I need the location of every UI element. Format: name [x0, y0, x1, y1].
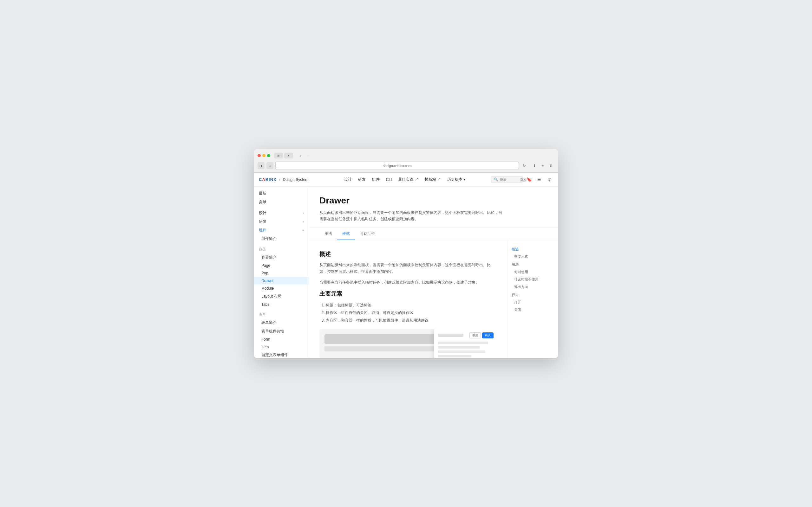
search-input[interactable]	[500, 178, 519, 181]
nav-templates[interactable]: 模板站 ↗	[425, 177, 441, 182]
copy-icon[interactable]: ⧉	[548, 162, 554, 169]
section-overview-title: 概述	[319, 250, 497, 258]
page-title: Drawer	[319, 195, 548, 206]
chevron-right-icon: ›	[303, 211, 304, 215]
nav-right: 🔍 ⌘K K 🔖 ☰ ◎	[491, 176, 553, 183]
menu-icon[interactable]: ☰	[536, 176, 543, 183]
logo-area[interactable]: CABINX / Design System	[259, 177, 308, 182]
browser-window: ⊞ ▾ ‹ › ◑ □ design.cabinx.com ↻ ⬆ + ⧉	[254, 149, 558, 358]
toc-item-when-not-use[interactable]: 什么时候不使用	[508, 276, 558, 283]
new-tab-icon[interactable]: +	[539, 162, 546, 169]
theme-icon[interactable]: ◎	[546, 176, 553, 183]
list-item: 操作区：组件自带的关闭、取消、可自定义的操作区	[326, 309, 497, 317]
nav-components[interactable]: 组件	[372, 177, 380, 182]
sidebar-item-module[interactable]: Module	[254, 285, 309, 292]
view-toggle-button[interactable]: ▾	[284, 153, 293, 158]
close-button[interactable]	[258, 154, 261, 157]
toc-item-main-elements[interactable]: 主要元素	[508, 253, 558, 261]
sidebar-toggle-button[interactable]: ⊞	[274, 153, 283, 158]
browser-chrome: ⊞ ▾ ‹ › ◑ □ design.cabinx.com ↻ ⬆ + ⧉	[254, 149, 558, 173]
forward-button[interactable]: ›	[305, 152, 311, 159]
section-main-elements-title: 主要元素	[319, 290, 497, 297]
sidebar-item-layout[interactable]: Layout 布局	[254, 292, 309, 301]
bookmark-icon[interactable]: 🔖	[525, 176, 533, 183]
sidebar-section-form: 表单	[254, 308, 309, 319]
section-overview-text2: 当需要在当前任务流中插入临时任务，创建或预览附加内容。比如展示协议条款，创建子对…	[319, 279, 497, 286]
chevron-right-icon: ›	[303, 220, 304, 223]
sidebar-item-components[interactable]: 组件 ▾	[254, 226, 309, 234]
toc-item-behavior[interactable]: 行为	[508, 291, 558, 299]
page-description: 从页面边缘滑出来的浮动面板，当需要一个附加的面板来控制父窗体内容，这个面板在需要…	[319, 210, 503, 222]
back-button[interactable]: ‹	[297, 152, 304, 159]
sidebar-item-form-common[interactable]: 表单组件共性	[254, 327, 309, 336]
toc-item-when-use[interactable]: 何时使用	[508, 268, 558, 276]
sidebar-item-design[interactable]: 设计 ›	[254, 209, 309, 217]
tabs-row: 用法 样式 可访问性	[309, 228, 558, 240]
sidebar-item-component-intro[interactable]: 组件简介	[254, 234, 309, 243]
nav-links: 设计 研发 组件 CLI 最佳实践 ↗ 模板站 ↗ 历史版本 ▾	[318, 177, 491, 182]
tab-accessibility[interactable]: 可访问性	[355, 228, 380, 240]
sidebar-item-item[interactable]: Item	[254, 343, 309, 351]
share-icon[interactable]: ⬆	[531, 162, 538, 169]
search-icon: 🔍	[494, 177, 498, 181]
list-item: 内容区：和容器一样的性质，可以放置组件，请遵从用法建议	[326, 317, 497, 324]
list-item: 标题：包括标题、可选标签	[326, 301, 497, 309]
demo-content-line-2	[438, 346, 479, 349]
toc-item-usage[interactable]: 用法	[508, 261, 558, 268]
toc-item-open[interactable]: 打开	[508, 298, 558, 306]
address-bar-row: ◑ □ design.cabinx.com ↻ ⬆ + ⧉	[254, 162, 558, 172]
address-bar[interactable]: design.cabinx.com	[275, 162, 519, 170]
sidebar-item-tabs[interactable]: Tabs	[254, 301, 309, 308]
maximize-button[interactable]	[267, 154, 270, 157]
nav-design[interactable]: 设计	[344, 177, 352, 182]
demo-content-line-3	[438, 350, 485, 353]
tab-icon: □	[266, 162, 273, 169]
sidebar-item-dev[interactable]: 研发 ›	[254, 217, 309, 226]
chevron-down-icon: ▾	[302, 228, 304, 232]
sidebar-item-latest[interactable]: 最新	[254, 189, 309, 198]
main-content: Drawer 从页面边缘滑出来的浮动面板，当需要一个附加的面板来控制父窗体内容，…	[309, 187, 558, 358]
nav-cli[interactable]: CLI	[386, 177, 392, 182]
sidebar-item-custom-form[interactable]: 自定义表单组件	[254, 351, 309, 358]
sidebar-item-form-intro[interactable]: 表单简介	[254, 319, 309, 327]
sidebar-item-drawer[interactable]: Drawer	[254, 277, 309, 285]
nav-best-practices[interactable]: 最佳实践 ↗	[398, 177, 418, 182]
demo-drawer-header: 取消 确认	[438, 332, 494, 338]
sidebar-section-container: 容器	[254, 243, 309, 253]
logo-separator: /	[279, 177, 281, 182]
content-wrapper: 最新 贡献 设计 › 研发 › 组件 ▾ 组件简介 容器	[254, 187, 558, 358]
reload-button[interactable]: ↻	[521, 162, 528, 169]
contrast-icon: ◑	[258, 162, 264, 169]
demo-area: 取消 确认	[319, 329, 497, 358]
demo-content-line-4	[438, 355, 471, 357]
article-content: 概述 从页面边缘滑出来的浮动面板，当需要一个附加的面板来控制父窗体内容，这个面板…	[309, 240, 507, 358]
window-controls: ⊞ ▾	[274, 153, 293, 158]
sidebar-item-container-intro[interactable]: 容器简介	[254, 253, 309, 262]
sidebar-item-page[interactable]: Page	[254, 262, 309, 269]
toc-item-close[interactable]: 关闭	[508, 306, 558, 314]
minimize-button[interactable]	[262, 154, 265, 157]
nav-arrows: ‹ ›	[297, 152, 311, 159]
demo-cancel-button[interactable]: 取消	[469, 332, 481, 338]
toc-item-direction[interactable]: 弹出方向	[508, 283, 558, 291]
demo-drawer-title-bar	[438, 334, 463, 337]
demo-drawer-actions: 取消 确认	[469, 332, 494, 338]
demo-confirm-button[interactable]: 确认	[482, 332, 494, 338]
search-box[interactable]: 🔍 ⌘K K	[491, 176, 523, 183]
site-title: Design System	[283, 177, 308, 182]
sidebar-item-contribute[interactable]: 贡献	[254, 198, 309, 206]
sidebar-item-pop[interactable]: Pop	[254, 269, 309, 277]
toc-item-overview[interactable]: 概述	[508, 245, 558, 253]
sidebar-item-form[interactable]: Form	[254, 336, 309, 343]
nav-dev[interactable]: 研发	[358, 177, 366, 182]
article-body: 概述 从页面边缘滑出来的浮动面板，当需要一个附加的面板来控制父窗体内容，这个面板…	[309, 240, 558, 358]
traffic-lights	[258, 154, 270, 157]
tab-usage[interactable]: 用法	[319, 228, 337, 240]
site-nav: CABINX / Design System 设计 研发 组件 CLI 最佳实践…	[254, 173, 558, 187]
logo: CABINX	[259, 177, 276, 182]
tab-style[interactable]: 样式	[337, 228, 355, 240]
nav-history[interactable]: 历史版本 ▾	[447, 177, 465, 182]
section-overview-text1: 从页面边缘滑出来的浮动面板，当需要一个附加的面板来控制父窗体内容，这个面板在需要…	[319, 262, 497, 275]
url-text: design.cabinx.com	[383, 164, 411, 168]
toc-panel: 概述 主要元素 用法 何时使用 什么时候不使用 弹出方向 行为 打开 关闭	[507, 240, 558, 358]
